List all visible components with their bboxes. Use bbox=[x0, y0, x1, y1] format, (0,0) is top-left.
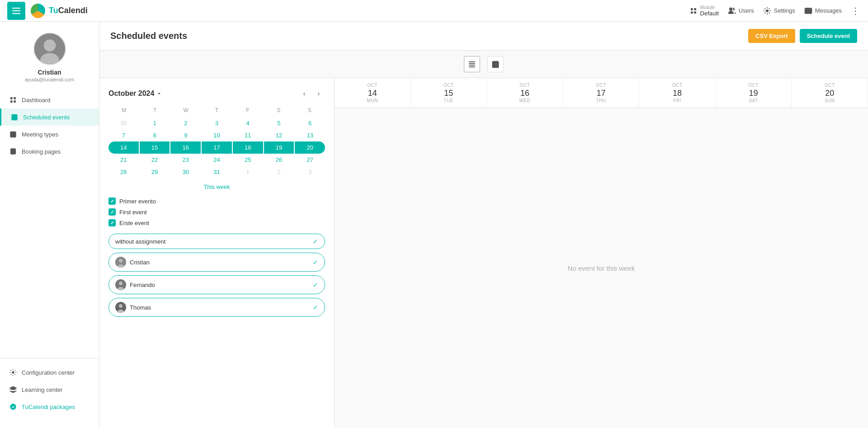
logo: TuCalendi bbox=[31, 4, 88, 18]
calendar-day[interactable]: 12 bbox=[264, 129, 294, 141]
filter-pill-label: Fernando bbox=[130, 282, 155, 288]
filter-avatar-fernando bbox=[115, 279, 126, 290]
calendar-day[interactable]: 30 bbox=[108, 117, 139, 129]
sidebar-item-label: TuCalendi packages bbox=[22, 404, 75, 410]
calendar-day[interactable]: 25 bbox=[233, 154, 263, 166]
hamburger-button[interactable] bbox=[7, 2, 25, 20]
filter-erste-event[interactable]: Erste event bbox=[108, 219, 325, 226]
calendar-day[interactable]: 7 bbox=[108, 129, 139, 141]
calendar-day[interactable]: 3 bbox=[202, 117, 232, 129]
module-icon bbox=[689, 7, 698, 15]
day-month-abbr: Oct bbox=[792, 83, 868, 88]
sidebar-nav: Dashboard Scheduled events Meeting types… bbox=[0, 91, 99, 358]
day-month-abbr: Oct bbox=[716, 83, 792, 88]
settings-button[interactable]: Settings bbox=[763, 7, 795, 15]
svg-rect-33 bbox=[469, 66, 475, 67]
svg-point-5 bbox=[766, 9, 769, 12]
calendar-day[interactable]: 29 bbox=[140, 166, 170, 178]
sidebar-item-learning-center[interactable]: Learning center bbox=[0, 381, 99, 398]
calendar-day[interactable]: 10 bbox=[202, 129, 232, 141]
svg-point-45 bbox=[119, 304, 123, 308]
module-selector[interactable]: Module Default bbox=[689, 5, 719, 17]
calendar-day[interactable]: 1 bbox=[140, 117, 170, 129]
svg-rect-1 bbox=[694, 8, 696, 10]
month-dropdown-icon[interactable] bbox=[156, 90, 162, 97]
calendar-day[interactable]: 11 bbox=[233, 129, 263, 141]
calendar-day[interactable]: 4 bbox=[233, 117, 263, 129]
day-of-week: WED bbox=[487, 98, 563, 103]
calendar-day[interactable]: 20 bbox=[295, 141, 325, 154]
calendar-day[interactable]: 14 bbox=[108, 141, 139, 154]
learning-center-icon bbox=[9, 386, 17, 394]
checkbox-primer-evento[interactable] bbox=[108, 198, 116, 205]
messages-button[interactable]: Messages bbox=[804, 7, 842, 15]
calendar-day[interactable]: 22 bbox=[140, 154, 170, 166]
prev-month-button[interactable]: ‹ bbox=[298, 87, 311, 100]
schedule-event-button[interactable]: Schedule event bbox=[800, 29, 857, 43]
calendar-day[interactable]: 21 bbox=[108, 154, 139, 166]
sidebar-item-scheduled-events[interactable]: Scheduled events bbox=[0, 108, 99, 126]
svg-rect-14 bbox=[12, 115, 17, 120]
sidebar-item-configuration-center[interactable]: Configuration center bbox=[0, 364, 99, 381]
filter-primer-evento[interactable]: Primer evento bbox=[108, 198, 325, 205]
calendar-day[interactable]: 30 bbox=[170, 166, 201, 178]
weekly-day-18: Oct 18 FRI bbox=[639, 78, 716, 108]
users-label: Users bbox=[739, 7, 754, 14]
users-button[interactable]: Users bbox=[728, 7, 754, 15]
scheduled-events-icon bbox=[10, 113, 19, 121]
calendar-day[interactable]: 16 bbox=[170, 141, 201, 154]
calendar-day[interactable]: 23 bbox=[170, 154, 201, 166]
avatar-image bbox=[34, 33, 65, 65]
calendar-day[interactable]: 1 bbox=[233, 166, 263, 178]
module-label: Module Default bbox=[700, 5, 719, 17]
sidebar-item-dashboard[interactable]: Dashboard bbox=[0, 91, 99, 108]
logo-text: TuCalendi bbox=[49, 6, 88, 15]
calendar-day[interactable]: 26 bbox=[264, 154, 294, 166]
sidebar-item-tucalendi-packages[interactable]: TuCalendi packages bbox=[0, 398, 99, 415]
day-month-abbr: Oct bbox=[411, 83, 487, 88]
calendar-day[interactable]: 8 bbox=[140, 129, 170, 141]
this-week-link[interactable]: This week bbox=[108, 183, 325, 190]
page-header: Scheduled events CSV Export Schedule eve… bbox=[99, 22, 868, 51]
filter-without-assignment[interactable]: without assignment ✓ bbox=[108, 234, 325, 249]
calendar-day[interactable]: 13 bbox=[295, 129, 325, 141]
page-header-actions: CSV Export Schedule event bbox=[748, 29, 857, 43]
calendar-day[interactable]: 31 bbox=[202, 166, 232, 178]
calendar-day[interactable]: 24 bbox=[202, 154, 232, 166]
list-view-button[interactable] bbox=[464, 56, 480, 72]
calendar-day[interactable]: 5 bbox=[264, 117, 294, 129]
filter-pill-content: Cristian bbox=[115, 257, 150, 268]
checkbox-erste-event[interactable] bbox=[108, 219, 116, 226]
calendar-day[interactable]: 17 bbox=[202, 141, 232, 154]
csv-export-button[interactable]: CSV Export bbox=[748, 29, 795, 43]
svg-marker-27 bbox=[10, 386, 17, 390]
calendar-day[interactable]: 15 bbox=[140, 141, 170, 154]
svg-rect-31 bbox=[469, 63, 475, 64]
checkbox-first-event[interactable] bbox=[108, 208, 116, 216]
filter-fernando[interactable]: Fernando ✓ bbox=[108, 275, 325, 294]
settings-label: Settings bbox=[774, 7, 795, 14]
more-options-button[interactable]: ⋮ bbox=[851, 5, 861, 16]
filter-cristian[interactable]: Cristian ✓ bbox=[108, 253, 325, 272]
logo-icon bbox=[31, 4, 45, 18]
filter-thomas[interactable]: Thomas ✓ bbox=[108, 298, 325, 317]
filter-first-event[interactable]: First event bbox=[108, 208, 325, 216]
calendar-day[interactable]: 27 bbox=[295, 154, 325, 166]
sidebar-item-booking-pages[interactable]: Booking pages bbox=[0, 143, 99, 160]
calendar-day[interactable]: 2 bbox=[264, 166, 294, 178]
calendar-day[interactable]: 28 bbox=[108, 166, 139, 178]
meeting-types-icon bbox=[9, 130, 17, 138]
calendar-day[interactable]: 6 bbox=[295, 117, 325, 129]
sidebar-item-label: Scheduled events bbox=[23, 114, 70, 121]
sidebar-item-meeting-types[interactable]: Meeting types bbox=[0, 126, 99, 143]
next-month-button[interactable]: › bbox=[312, 87, 325, 100]
calendar-day[interactable]: 9 bbox=[170, 129, 201, 141]
day-month-abbr: Oct bbox=[487, 83, 563, 88]
calendar-day[interactable]: 3 bbox=[295, 166, 325, 178]
calendar-panel: October 2024 ‹ › M T W T F bbox=[99, 78, 335, 428]
calendar-view-button[interactable] bbox=[487, 56, 504, 72]
calendar-day[interactable]: 19 bbox=[264, 141, 294, 154]
calendar-day[interactable]: 18 bbox=[233, 141, 263, 154]
calendar-day[interactable]: 2 bbox=[170, 117, 201, 129]
avatar bbox=[33, 33, 66, 65]
